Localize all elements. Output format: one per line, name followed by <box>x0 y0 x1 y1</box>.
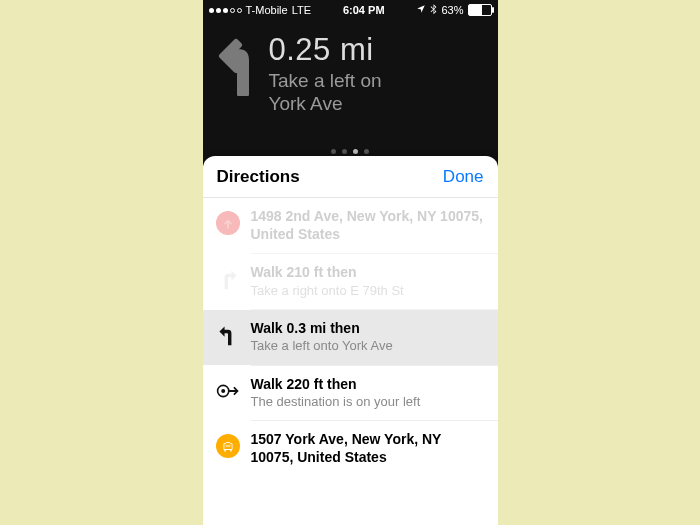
battery-pct-label: 63% <box>441 4 463 16</box>
step-secondary: Take a left onto York Ave <box>251 338 393 354</box>
arrive-icon <box>215 378 241 404</box>
step-turn-right[interactable]: Walk 210 ft then Take a right onto E 79t… <box>203 254 498 309</box>
step-turn-left[interactable]: Walk 0.3 mi then Take a left onto York A… <box>203 310 498 365</box>
directions-sheet: Directions Done 1498 2nd Ave, New York, … <box>203 156 498 525</box>
svg-point-3 <box>230 450 232 452</box>
step-primary: 1507 York Ave, New York, NY 10075, Unite… <box>251 431 486 466</box>
step-origin[interactable]: 1498 2nd Ave, New York, NY 10075, United… <box>203 198 498 253</box>
clock-label: 6:04 PM <box>311 4 416 16</box>
turn-right-icon <box>215 266 241 292</box>
nav-distance: 0.25 mi <box>269 32 486 68</box>
done-button[interactable]: Done <box>443 167 484 187</box>
signal-dots-icon <box>209 8 242 13</box>
nav-instruction-line1: Take a left on <box>269 70 382 91</box>
turn-left-icon <box>215 322 241 348</box>
phone-frame: T-Mobile LTE 6:04 PM 63% 0.25 mi Take <box>203 0 498 525</box>
destination-icon <box>215 433 241 459</box>
step-secondary: The destination is on your left <box>251 394 421 410</box>
svg-point-1 <box>221 389 225 393</box>
step-primary: Walk 220 ft then <box>251 376 421 394</box>
steps-list[interactable]: 1498 2nd Ave, New York, NY 10075, United… <box>203 198 498 476</box>
origin-icon <box>215 210 241 236</box>
step-secondary: Take a right onto E 79th St <box>251 283 404 299</box>
step-primary: 1498 2nd Ave, New York, NY 10075, United… <box>251 208 486 243</box>
sheet-header: Directions Done <box>203 156 498 198</box>
step-destination[interactable]: 1507 York Ave, New York, NY 10075, Unite… <box>203 421 498 476</box>
network-label: LTE <box>292 4 311 16</box>
step-primary: Walk 0.3 mi then <box>251 320 393 338</box>
svg-point-2 <box>224 450 226 452</box>
status-bar: T-Mobile LTE 6:04 PM 63% <box>203 0 498 20</box>
carrier-label: T-Mobile <box>246 4 288 16</box>
nav-instruction-line2: York Ave <box>269 93 343 114</box>
battery-icon <box>468 4 492 16</box>
bluetooth-icon <box>430 4 437 17</box>
sheet-title: Directions <box>217 167 300 187</box>
location-icon <box>416 4 426 16</box>
step-arrive[interactable]: Walk 220 ft then The destination is on y… <box>203 366 498 421</box>
step-primary: Walk 210 ft then <box>251 264 404 282</box>
